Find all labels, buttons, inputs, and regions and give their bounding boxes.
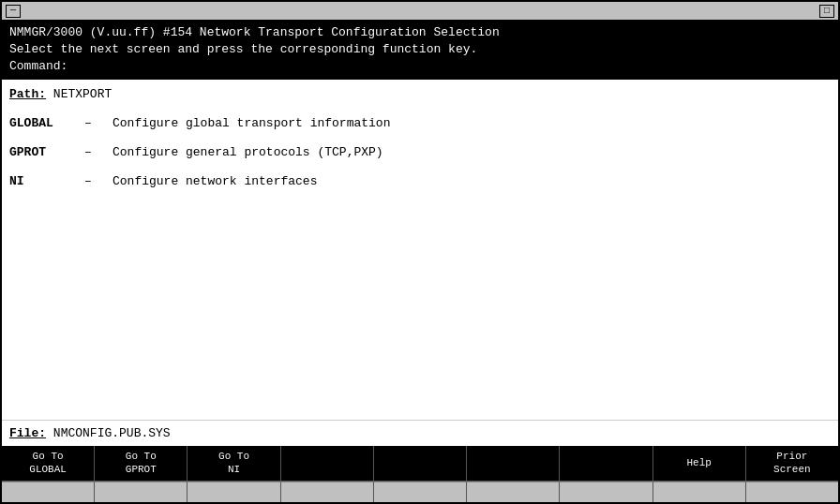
- menu-dash-gprot: –: [84, 145, 112, 159]
- maximize-button[interactable]: □: [819, 5, 834, 18]
- path-line: Path: NETXPORT: [9, 87, 831, 101]
- menu-desc-gprot: Configure general protocols (TCP,PXP): [112, 145, 831, 159]
- fn-key-prior-screen[interactable]: PriorScreen: [746, 446, 838, 481]
- main-content: NMMGR/3000 (V.uu.ff) #154 Network Transp…: [2, 21, 838, 502]
- title-bar-left: ─: [6, 5, 21, 18]
- header-section: NMMGR/3000 (V.uu.ff) #154 Network Transp…: [2, 21, 838, 80]
- fn-sub-1: [2, 482, 95, 502]
- title-bar: ─ □: [2, 2, 838, 21]
- fn-key-6: [467, 446, 560, 481]
- path-value: NETXPORT: [53, 87, 112, 101]
- fn-key-goto-ni[interactable]: Go ToNI: [188, 446, 280, 481]
- menu-key-global: GLOBAL: [9, 116, 84, 130]
- header-line3: Command:: [9, 58, 831, 75]
- menu-desc-global: Configure global transport information: [112, 116, 831, 130]
- menu-desc-ni: Configure network interfaces: [112, 174, 831, 188]
- fn-key-help[interactable]: Help: [653, 446, 746, 481]
- fn-sub-2: [95, 482, 188, 502]
- fn-sub-4: [281, 482, 374, 502]
- fn-key-goto-gprot[interactable]: Go ToGPROT: [95, 446, 188, 481]
- menu-item-gprot: GPROT – Configure general protocols (TCP…: [9, 145, 831, 159]
- content-area: Path: NETXPORT GLOBAL – Configure global…: [2, 80, 838, 420]
- path-label: Path:: [9, 87, 46, 101]
- fn-key-7: [560, 446, 652, 481]
- file-label: File:: [9, 426, 46, 440]
- fn-sub-8: [653, 482, 746, 502]
- fn-key-goto-global[interactable]: Go ToGLOBAL: [2, 446, 95, 481]
- menu-item-global: GLOBAL – Configure global transport info…: [9, 116, 831, 130]
- fn-sub-3: [188, 482, 280, 502]
- fn-sub-7: [560, 482, 652, 502]
- menu-key-gprot: GPROT: [9, 145, 84, 159]
- menu-item-ni: NI – Configure network interfaces: [9, 174, 831, 188]
- fn-sub-6: [467, 482, 560, 502]
- fn-sub-9: [746, 482, 838, 502]
- file-line: File: NMCONFIG.PUB.SYS: [2, 420, 838, 446]
- fn-row-1: Go ToGLOBAL Go ToGPROT Go ToNI Help Prio…: [2, 446, 838, 482]
- title-bar-right: □: [819, 5, 834, 18]
- header-line1: NMMGR/3000 (V.uu.ff) #154 Network Transp…: [9, 24, 831, 41]
- menu-dash-ni: –: [84, 174, 112, 188]
- fn-sub-5: [374, 482, 467, 502]
- menu-key-ni: NI: [9, 174, 84, 188]
- window-frame: ─ □ NMMGR/3000 (V.uu.ff) #154 Network Tr…: [0, 0, 840, 504]
- file-value: NMCONFIG.PUB.SYS: [53, 426, 171, 440]
- fn-key-5: [374, 446, 467, 481]
- fn-row-2: [2, 482, 838, 502]
- function-bar: Go ToGLOBAL Go ToGPROT Go ToNI Help Prio…: [2, 446, 838, 502]
- system-menu-button[interactable]: ─: [6, 5, 21, 18]
- fn-key-4: [281, 446, 374, 481]
- header-line2: Select the next screen and press the cor…: [9, 41, 831, 58]
- menu-dash-global: –: [84, 116, 112, 130]
